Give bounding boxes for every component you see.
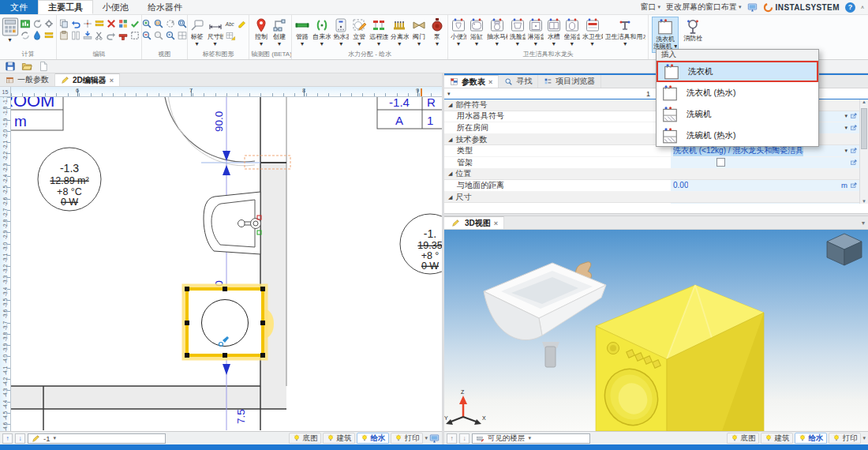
delete-icon[interactable] — [105, 17, 117, 29]
close-icon[interactable]: × — [488, 78, 492, 86]
chevron-down-icon[interactable]: ▾ — [862, 216, 868, 229]
layer-tab-建筑[interactable]: 建筑 — [323, 433, 355, 444]
layer-tab-底图[interactable]: 底图 — [727, 433, 759, 444]
external-link-icon[interactable] — [850, 124, 858, 132]
chevron-down-icon[interactable]: ▾ — [862, 435, 866, 441]
tab-3d-view[interactable]: 3D视图 × — [444, 216, 504, 229]
ribbon-button-阀门[interactable]: 阀门▾ — [410, 17, 428, 48]
cut-icon[interactable] — [93, 29, 105, 41]
ribbon-button-淋浴盆[interactable]: 淋浴盆▾ — [527, 17, 544, 48]
redo-icon[interactable] — [105, 29, 117, 41]
refresh-icon[interactable] — [165, 17, 177, 29]
rows-icon[interactable] — [93, 17, 105, 29]
ribbon-button-坐浴盆[interactable]: 坐浴盆▾ — [563, 17, 581, 48]
param-value[interactable]: 0.60m — [671, 203, 868, 204]
zoom-in-icon[interactable] — [142, 17, 153, 29]
dropdown-caret-icon[interactable]: ▾ — [844, 148, 847, 154]
param-value[interactable]: 洗衣机 (<12kg) / 混水龙头和陶瓷洁具▾ — [671, 145, 868, 156]
view-3d-canvas[interactable]: Z X Y — [444, 230, 868, 431]
menu-item-洗衣机 (热水)[interactable]: 洗衣机 (热水) — [657, 82, 818, 103]
close-icon[interactable]: × — [494, 219, 498, 227]
washing-machine-3d[interactable] — [596, 285, 764, 431]
dim-7-5[interactable]: 7.5 — [235, 409, 247, 424]
columns-icon[interactable] — [69, 29, 81, 41]
monitor-icon[interactable] — [747, 2, 758, 13]
external-link-icon[interactable] — [850, 147, 858, 155]
monitor-icon[interactable] — [429, 433, 440, 444]
undo-icon[interactable] — [69, 17, 81, 29]
ribbon-button-尺寸线[interactable]: 尺寸线▾ — [207, 17, 224, 48]
external-link-icon[interactable] — [850, 112, 858, 120]
rotate-icon[interactable] — [32, 17, 43, 29]
zoom-extents-icon[interactable] — [153, 29, 165, 41]
view-cube[interactable] — [827, 234, 862, 265]
zoom-selection-icon[interactable] — [153, 17, 165, 29]
water-drop-icon[interactable] — [32, 29, 43, 41]
up-arrow-button[interactable]: ↑ — [2, 433, 13, 444]
select-icon[interactable] — [129, 29, 140, 41]
collapse-ribbon-icon[interactable]: ˄ — [861, 5, 864, 10]
paste-icon[interactable] — [58, 29, 69, 41]
ribbon-button-洗脸盆[interactable]: 洗脸盆▾ — [509, 17, 526, 48]
tab-一般参数[interactable]: 一般参数 — [0, 73, 55, 86]
chevron-down-icon[interactable]: ▾ — [425, 435, 428, 441]
ribbon-button-泵[interactable]: 泵▾ — [428, 17, 446, 48]
save-icon[interactable] — [4, 61, 16, 73]
tee-pipe-icon[interactable] — [117, 29, 129, 41]
ribbon-button-创建[interactable]: 创建▾ — [271, 17, 288, 48]
ribbon-button-小便池[interactable]: 小便池▾ — [450, 17, 467, 48]
layer-tab-底图[interactable]: 底图 — [289, 433, 321, 444]
tab-小便池[interactable]: 小便池 — [93, 0, 138, 14]
menu-item-洗碗机 (热水)[interactable]: 洗碗机 (热水) — [657, 125, 818, 146]
tab-file[interactable]: 文件 — [0, 0, 38, 14]
room-stamp-1[interactable]: -1.3 12.89 m² +8 °C 0 W — [38, 148, 101, 211]
grid-icon[interactable] — [117, 17, 129, 29]
washing-machine-symbol-selected[interactable] — [185, 287, 274, 358]
dropdown-caret-icon[interactable]: ▾ — [844, 113, 847, 119]
ribbon-button-控制[interactable]: 控制▾ — [253, 17, 270, 48]
text-abc-icon[interactable]: Abc — [225, 17, 237, 29]
chart-icon[interactable] — [20, 17, 32, 29]
ribbon-button-热水器[interactable]: 热水器▾ — [332, 17, 350, 48]
tab-项目浏览器[interactable]: 项目浏览器 — [538, 75, 601, 88]
menu-item-洗衣机[interactable]: 洗衣机 — [657, 61, 818, 82]
menu-item-洗碗机[interactable]: 洗碗机 — [657, 103, 818, 125]
highlighter-icon[interactable] — [237, 17, 249, 29]
gear-icon[interactable] — [43, 17, 55, 29]
dim-90[interactable]: 90.0 — [213, 111, 225, 132]
open-icon[interactable] — [21, 61, 32, 73]
ribbon-button-自来水源[interactable]: 自来水源▾ — [312, 17, 331, 48]
tab-寻找[interactable]: 寻找 — [499, 75, 538, 88]
washbasin-symbol[interactable] — [204, 192, 261, 254]
ribbon-button-卫生洁具和用水点[interactable]: 卫生洁具和用水点▾ — [604, 17, 647, 48]
room-stamp-2[interactable]: -1. 19.35 +8 ° 0 W — [400, 214, 442, 274]
up-arrow-button[interactable]: ↑ — [447, 433, 457, 444]
layer-tab-建筑[interactable]: 建筑 — [761, 433, 793, 444]
layer-tab-打印[interactable]: 打印 — [829, 433, 861, 444]
parameter-scrollbar[interactable]: ▲▼ — [859, 99, 868, 204]
ribbon-button-标签[interactable]: 标签▾ — [189, 17, 206, 48]
tab-给水器件[interactable]: 给水器件 — [138, 0, 192, 14]
copy-icon[interactable] — [58, 17, 69, 29]
down-arrow-button[interactable]: ↓ — [15, 433, 25, 444]
drawing-canvas[interactable]: ROOM m -1.4 A R 1 -1.3 12.89 m² — [11, 97, 442, 431]
ribbon-button-washing-machine-dishwasher[interactable]: 洗衣机洗碗机 ▾ — [652, 17, 679, 53]
ribbon-button-calculator-icon[interactable]: ▾ — [2, 17, 19, 44]
tab-2D编辑器[interactable]: 2D编辑器× — [55, 73, 120, 86]
param-value[interactable]: 0.00m — [671, 180, 868, 191]
new-icon[interactable] — [37, 61, 49, 73]
ribbon-button-浴缸[interactable]: 浴缸▾ — [468, 17, 485, 48]
external-link-icon[interactable] — [850, 159, 858, 167]
sync-icon[interactable] — [20, 29, 32, 41]
window-menu[interactable]: 窗口▾ — [641, 2, 661, 13]
ribbon-button-立管[interactable]: 立管▾ — [350, 17, 368, 48]
insert-column-icon[interactable] — [81, 29, 93, 41]
down-arrow-button[interactable]: ↓ — [459, 433, 470, 444]
ribbon-button-分离水器[interactable]: 分离水器▾ — [390, 17, 410, 48]
ribbon-button-hydrant[interactable]: 消防栓 — [679, 17, 706, 53]
ribbon-button-管路[interactable]: 管路▾ — [294, 17, 311, 48]
floor-selector[interactable]: 可见的楼层▾ — [472, 433, 590, 444]
external-link-icon[interactable] — [850, 182, 858, 189]
check-icon[interactable] — [129, 17, 140, 29]
ribbon-button-抽水马桶[interactable]: 抽水马桶▾ — [486, 17, 508, 48]
